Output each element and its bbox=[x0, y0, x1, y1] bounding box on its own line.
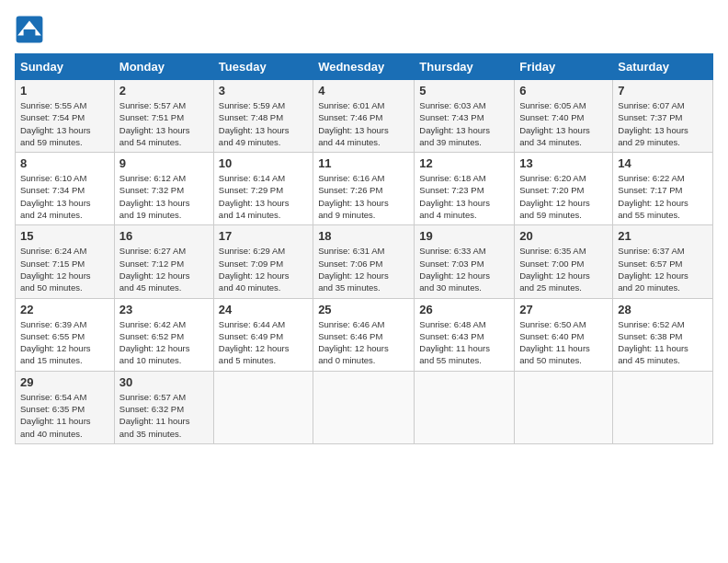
day-info: Sunrise: 5:55 AMSunset: 7:54 PMDaylight:… bbox=[20, 99, 109, 148]
day-number: 20 bbox=[519, 229, 608, 243]
day-cell: 1Sunrise: 5:55 AMSunset: 7:54 PMDaylight… bbox=[16, 80, 115, 153]
day-number: 3 bbox=[219, 84, 308, 98]
day-info: Sunrise: 6:35 AMSunset: 7:00 PMDaylight:… bbox=[519, 245, 608, 293]
day-number: 29 bbox=[20, 375, 109, 389]
day-cell: 19Sunrise: 6:33 AMSunset: 7:03 PMDayligh… bbox=[415, 225, 515, 298]
day-number: 30 bbox=[119, 375, 209, 389]
day-number: 9 bbox=[119, 156, 209, 170]
week-row-5: 29Sunrise: 6:54 AMSunset: 6:35 PMDayligh… bbox=[16, 371, 713, 443]
day-number: 12 bbox=[419, 156, 509, 170]
column-header-sunday: Sunday bbox=[16, 54, 115, 80]
day-cell: 16Sunrise: 6:27 AMSunset: 7:12 PMDayligh… bbox=[114, 225, 213, 298]
day-number: 1 bbox=[20, 84, 109, 98]
day-info: Sunrise: 6:37 AMSunset: 6:57 PMDaylight:… bbox=[618, 245, 708, 293]
column-header-monday: Monday bbox=[114, 54, 213, 80]
day-cell: 2Sunrise: 5:57 AMSunset: 7:51 PMDaylight… bbox=[114, 80, 213, 153]
day-info: Sunrise: 6:05 AMSunset: 7:40 PMDaylight:… bbox=[519, 99, 608, 148]
day-info: Sunrise: 6:42 AMSunset: 6:52 PMDaylight:… bbox=[119, 318, 209, 367]
week-row-2: 8Sunrise: 6:10 AMSunset: 7:34 PMDaylight… bbox=[16, 153, 713, 225]
logo-icon bbox=[15, 15, 44, 44]
day-cell: 21Sunrise: 6:37 AMSunset: 6:57 PMDayligh… bbox=[613, 225, 713, 298]
day-number: 24 bbox=[219, 303, 308, 316]
day-number: 8 bbox=[20, 156, 109, 170]
day-number: 25 bbox=[318, 303, 409, 316]
day-cell: 30Sunrise: 6:57 AMSunset: 6:32 PMDayligh… bbox=[114, 371, 213, 443]
day-cell: 3Sunrise: 5:59 AMSunset: 7:48 PMDaylight… bbox=[213, 80, 313, 153]
column-header-wednesday: Wednesday bbox=[313, 54, 415, 80]
column-header-friday: Friday bbox=[515, 54, 613, 80]
column-header-tuesday: Tuesday bbox=[213, 54, 313, 80]
day-cell: 13Sunrise: 6:20 AMSunset: 7:20 PMDayligh… bbox=[515, 153, 613, 225]
day-cell: 20Sunrise: 6:35 AMSunset: 7:00 PMDayligh… bbox=[515, 225, 613, 298]
day-cell: 24Sunrise: 6:44 AMSunset: 6:49 PMDayligh… bbox=[213, 298, 313, 371]
day-info: Sunrise: 6:46 AMSunset: 6:46 PMDaylight:… bbox=[318, 318, 409, 367]
day-info: Sunrise: 5:59 AMSunset: 7:48 PMDaylight:… bbox=[219, 99, 308, 148]
day-info: Sunrise: 6:27 AMSunset: 7:12 PMDaylight:… bbox=[119, 245, 209, 293]
day-number: 21 bbox=[618, 229, 708, 243]
day-info: Sunrise: 6:24 AMSunset: 7:15 PMDaylight:… bbox=[20, 245, 109, 293]
week-row-1: 1Sunrise: 5:55 AMSunset: 7:54 PMDaylight… bbox=[16, 80, 713, 153]
week-row-3: 15Sunrise: 6:24 AMSunset: 7:15 PMDayligh… bbox=[16, 225, 713, 298]
day-number: 7 bbox=[618, 84, 708, 98]
day-info: Sunrise: 6:12 AMSunset: 7:32 PMDaylight:… bbox=[119, 172, 209, 221]
day-cell: 7Sunrise: 6:07 AMSunset: 7:37 PMDaylight… bbox=[613, 80, 713, 153]
day-cell: 11Sunrise: 6:16 AMSunset: 7:26 PMDayligh… bbox=[313, 153, 415, 225]
day-info: Sunrise: 5:57 AMSunset: 7:51 PMDaylight:… bbox=[119, 99, 209, 148]
column-header-thursday: Thursday bbox=[415, 54, 515, 80]
day-cell: 8Sunrise: 6:10 AMSunset: 7:34 PMDaylight… bbox=[16, 153, 115, 225]
day-info: Sunrise: 6:18 AMSunset: 7:23 PMDaylight:… bbox=[419, 172, 509, 221]
day-cell bbox=[515, 371, 613, 443]
day-number: 23 bbox=[119, 303, 209, 316]
day-info: Sunrise: 6:50 AMSunset: 6:40 PMDaylight:… bbox=[519, 318, 608, 367]
day-info: Sunrise: 6:54 AMSunset: 6:35 PMDaylight:… bbox=[20, 391, 109, 440]
day-info: Sunrise: 6:01 AMSunset: 7:46 PMDaylight:… bbox=[318, 99, 409, 148]
day-info: Sunrise: 6:10 AMSunset: 7:34 PMDaylight:… bbox=[20, 172, 109, 221]
day-number: 26 bbox=[419, 303, 509, 316]
day-number: 27 bbox=[519, 303, 608, 316]
day-number: 28 bbox=[618, 303, 708, 316]
day-cell: 14Sunrise: 6:22 AMSunset: 7:17 PMDayligh… bbox=[613, 153, 713, 225]
day-cell: 26Sunrise: 6:48 AMSunset: 6:43 PMDayligh… bbox=[415, 298, 515, 371]
day-info: Sunrise: 6:57 AMSunset: 6:32 PMDaylight:… bbox=[119, 391, 209, 440]
day-number: 6 bbox=[519, 84, 608, 98]
day-cell: 25Sunrise: 6:46 AMSunset: 6:46 PMDayligh… bbox=[313, 298, 415, 371]
day-cell: 12Sunrise: 6:18 AMSunset: 7:23 PMDayligh… bbox=[415, 153, 515, 225]
day-cell bbox=[313, 371, 415, 443]
day-cell: 15Sunrise: 6:24 AMSunset: 7:15 PMDayligh… bbox=[16, 225, 115, 298]
day-info: Sunrise: 6:22 AMSunset: 7:17 PMDaylight:… bbox=[618, 172, 708, 221]
day-info: Sunrise: 6:52 AMSunset: 6:38 PMDaylight:… bbox=[618, 318, 708, 367]
day-cell: 5Sunrise: 6:03 AMSunset: 7:43 PMDaylight… bbox=[415, 80, 515, 153]
day-cell: 29Sunrise: 6:54 AMSunset: 6:35 PMDayligh… bbox=[16, 371, 115, 443]
day-info: Sunrise: 6:48 AMSunset: 6:43 PMDaylight:… bbox=[419, 318, 509, 367]
day-cell: 23Sunrise: 6:42 AMSunset: 6:52 PMDayligh… bbox=[114, 298, 213, 371]
day-info: Sunrise: 6:03 AMSunset: 7:43 PMDaylight:… bbox=[419, 99, 509, 148]
calendar-table: SundayMondayTuesdayWednesdayThursdayFrid… bbox=[15, 53, 713, 444]
day-info: Sunrise: 6:29 AMSunset: 7:09 PMDaylight:… bbox=[219, 245, 308, 293]
day-cell bbox=[213, 371, 313, 443]
day-info: Sunrise: 6:20 AMSunset: 7:20 PMDaylight:… bbox=[519, 172, 608, 221]
day-info: Sunrise: 6:44 AMSunset: 6:49 PMDaylight:… bbox=[219, 318, 308, 367]
day-cell: 17Sunrise: 6:29 AMSunset: 7:09 PMDayligh… bbox=[213, 225, 313, 298]
day-number: 4 bbox=[318, 84, 409, 98]
day-info: Sunrise: 6:33 AMSunset: 7:03 PMDaylight:… bbox=[419, 245, 509, 293]
page-header bbox=[15, 15, 713, 44]
day-info: Sunrise: 6:16 AMSunset: 7:26 PMDaylight:… bbox=[318, 172, 409, 221]
day-number: 2 bbox=[119, 84, 209, 98]
day-number: 17 bbox=[219, 229, 308, 243]
day-cell: 6Sunrise: 6:05 AMSunset: 7:40 PMDaylight… bbox=[515, 80, 613, 153]
logo bbox=[15, 15, 48, 44]
day-cell: 22Sunrise: 6:39 AMSunset: 6:55 PMDayligh… bbox=[16, 298, 115, 371]
day-cell: 27Sunrise: 6:50 AMSunset: 6:40 PMDayligh… bbox=[515, 298, 613, 371]
day-number: 15 bbox=[20, 229, 109, 243]
svg-rect-2 bbox=[24, 29, 36, 37]
day-info: Sunrise: 6:31 AMSunset: 7:06 PMDaylight:… bbox=[318, 245, 409, 293]
day-info: Sunrise: 6:14 AMSunset: 7:29 PMDaylight:… bbox=[219, 172, 308, 221]
day-info: Sunrise: 6:39 AMSunset: 6:55 PMDaylight:… bbox=[20, 318, 109, 367]
column-header-saturday: Saturday bbox=[613, 54, 713, 80]
day-cell bbox=[613, 371, 713, 443]
day-number: 22 bbox=[20, 303, 109, 316]
day-cell: 4Sunrise: 6:01 AMSunset: 7:46 PMDaylight… bbox=[313, 80, 415, 153]
day-number: 18 bbox=[318, 229, 409, 243]
calendar-header-row: SundayMondayTuesdayWednesdayThursdayFrid… bbox=[16, 54, 713, 80]
day-cell: 18Sunrise: 6:31 AMSunset: 7:06 PMDayligh… bbox=[313, 225, 415, 298]
